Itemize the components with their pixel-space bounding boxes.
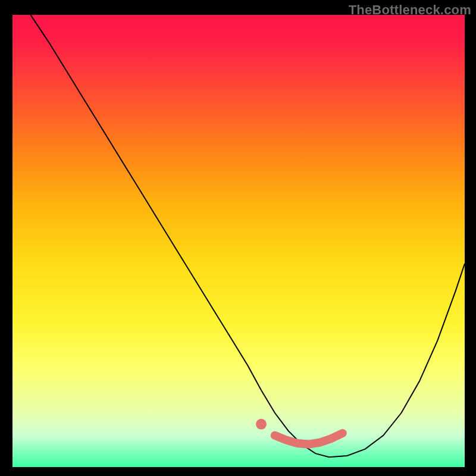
chart-container: TheBottleneck.com <box>0 0 476 476</box>
highlight-segment <box>275 433 343 444</box>
plot-area <box>12 15 465 467</box>
chart-overlay <box>12 15 465 467</box>
bottleneck-curve <box>30 15 465 457</box>
highlight-dot <box>256 419 267 430</box>
